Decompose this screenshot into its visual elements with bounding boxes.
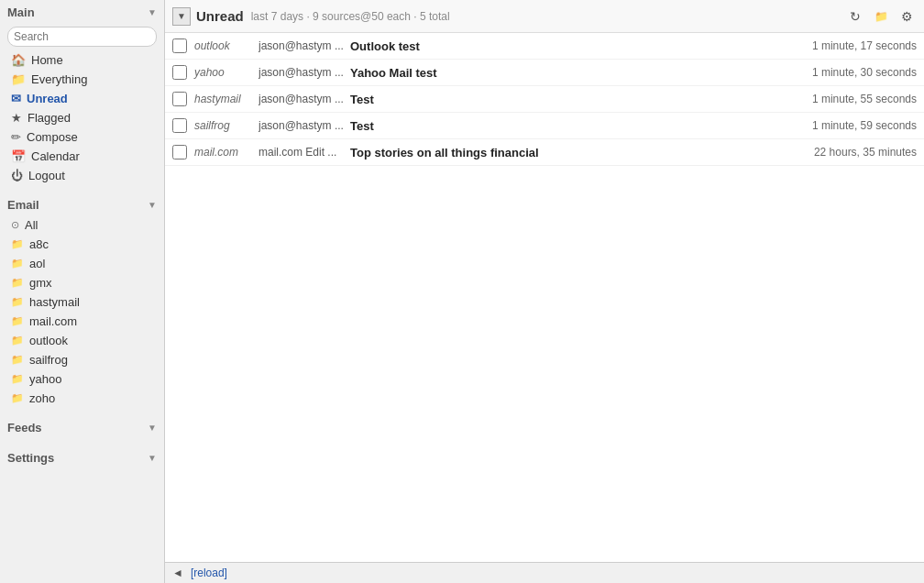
email-section-header[interactable]: Email ▼ [0, 192, 164, 215]
message-row[interactable]: yahoo jason@hastym ... Yahoo Mail test 1… [165, 60, 924, 86]
message-subject-4: Top stories on all things financial [350, 146, 779, 160]
refresh-button[interactable]: ↻ [845, 6, 865, 27]
email-section-arrow: ▼ [148, 200, 157, 210]
message-subject-1: Yahoo Mail test [350, 66, 779, 80]
main-section-arrow: ▼ [148, 7, 157, 17]
bottombar: ◄ [reload] [165, 562, 924, 583]
toggle-button[interactable]: ▼ [172, 7, 191, 26]
email-item-label: hastymail [29, 295, 80, 309]
message-time-4: 22 hours, 35 minutes [779, 146, 917, 159]
search-container [0, 23, 164, 50]
settings-section-arrow: ▼ [148, 453, 157, 463]
message-source-2: hastymail [194, 93, 258, 105]
email-item-label: zoho [29, 391, 55, 405]
home-icon: 🏠 [11, 53, 26, 67]
message-checkbox-4[interactable] [172, 145, 187, 160]
zoho-icon: 📁 [11, 392, 24, 404]
sidebar-item-calendar[interactable]: 📅Calendar [0, 147, 164, 166]
message-checkbox-0[interactable] [172, 38, 187, 53]
outlook-icon: 📁 [11, 335, 24, 346]
message-checkbox-1[interactable] [172, 65, 187, 80]
hastymail-icon: 📁 [11, 296, 24, 308]
settings-button[interactable]: ⚙ [896, 6, 917, 27]
gmx-icon: 📁 [11, 277, 24, 289]
message-subject-2: Test [350, 93, 779, 106]
flagged-icon: ★ [11, 111, 22, 125]
email-item-label: All [25, 218, 38, 232]
sailfrog-icon: 📁 [11, 354, 24, 366]
message-time-3: 1 minute, 59 seconds [779, 119, 917, 132]
unread-icon: ✉ [11, 92, 21, 105]
main-section-label: Main [7, 6, 35, 19]
settings-section-header[interactable]: Settings ▼ [0, 446, 164, 468]
email-item-label: gmx [29, 276, 52, 290]
sidebar-item-flagged[interactable]: ★Flagged [0, 108, 164, 127]
email-item-outlook[interactable]: 📁outlook [0, 331, 164, 350]
calendar-icon: 📅 [11, 149, 26, 163]
sidebar-item-unread[interactable]: ✉Unread [0, 89, 164, 108]
email-item-hastymail[interactable]: 📁hastymail [0, 292, 164, 312]
message-time-0: 1 minute, 17 seconds [779, 39, 917, 52]
sidebar-item-compose[interactable]: ✏Compose [0, 127, 164, 147]
reload-link[interactable]: [reload] [191, 566, 227, 579]
email-item-label: yahoo [29, 372, 61, 386]
email-item-aol[interactable]: 📁aol [0, 254, 164, 273]
sidebar: Main ▼ 🏠Home📁Everything✉Unread★Flagged✏C… [0, 0, 165, 583]
message-source-0: outlook [194, 39, 258, 52]
sidebar-item-label: Compose [27, 130, 78, 144]
aol-icon: 📁 [11, 258, 24, 270]
message-time-2: 1 minute, 55 seconds [779, 93, 917, 105]
email-item-mailcom[interactable]: 📁mail.com [0, 312, 164, 331]
sidebar-item-everything[interactable]: 📁Everything [0, 70, 164, 89]
message-from-1: jason@hastym ... [258, 66, 350, 79]
message-time-1: 1 minute, 30 seconds [779, 66, 917, 79]
a8c-icon: 📁 [11, 238, 24, 250]
message-checkbox-2[interactable] [172, 92, 187, 106]
email-item-label: outlook [29, 334, 68, 347]
sidebar-item-home[interactable]: 🏠Home [0, 50, 164, 70]
email-section-label: Email [7, 198, 39, 212]
sidebar-item-logout[interactable]: ⏻Logout [0, 166, 164, 185]
email-item-all[interactable]: ⊙All [0, 215, 164, 235]
email-items: ⊙All📁a8c📁aol📁gmx📁hastymail📁mail.com📁outl… [0, 215, 164, 408]
email-item-gmx[interactable]: 📁gmx [0, 273, 164, 292]
mailcom-icon: 📁 [11, 315, 24, 327]
feeds-section-header[interactable]: Feeds ▼ [0, 415, 164, 438]
everything-icon: 📁 [11, 72, 26, 86]
email-item-label: mail.com [29, 314, 77, 328]
message-source-3: sailfrog [194, 119, 258, 132]
message-row[interactable]: sailfrog jason@hastym ... Test 1 minute,… [165, 113, 924, 139]
message-from-4: mail.com Edit ... [258, 146, 350, 159]
bottombar-arrow[interactable]: ◄ [172, 566, 183, 579]
message-list: outlook jason@hastym ... Outlook test 1 … [165, 33, 924, 562]
sidebar-item-label: Everything [31, 72, 87, 86]
feeds-section-arrow: ▼ [148, 423, 157, 433]
email-item-label: sailfrog [29, 353, 68, 367]
topbar-meta: last 7 days · 9 sources@50 each · 5 tota… [251, 10, 845, 23]
email-item-zoho[interactable]: 📁zoho [0, 389, 164, 408]
message-subject-3: Test [350, 119, 779, 133]
email-item-label: a8c [29, 237, 49, 251]
main-section-header[interactable]: Main ▼ [0, 0, 164, 23]
message-checkbox-3[interactable] [172, 118, 187, 133]
folder-button[interactable]: 📁 [871, 6, 891, 27]
message-row[interactable]: mail.com mail.com Edit ... Top stories o… [165, 139, 924, 166]
main-panel: ▼ Unread last 7 days · 9 sources@50 each… [165, 0, 924, 583]
message-row[interactable]: hastymail jason@hastym ... Test 1 minute… [165, 86, 924, 113]
all-icon: ⊙ [11, 219, 19, 231]
email-item-label: aol [29, 257, 45, 270]
message-from-3: jason@hastym ... [258, 119, 350, 132]
topbar-title: Unread [196, 8, 244, 24]
message-from-2: jason@hastym ... [258, 93, 350, 105]
logout-icon: ⏻ [11, 169, 23, 182]
toggle-icon: ▼ [177, 11, 186, 21]
feeds-section-label: Feeds [7, 421, 42, 434]
email-item-yahoo[interactable]: 📁yahoo [0, 369, 164, 389]
settings-section-label: Settings [7, 451, 54, 465]
message-row[interactable]: outlook jason@hastym ... Outlook test 1 … [165, 33, 924, 60]
search-input[interactable] [7, 27, 157, 47]
message-from-0: jason@hastym ... [258, 39, 350, 52]
email-item-sailfrog[interactable]: 📁sailfrog [0, 350, 164, 369]
sidebar-item-label: Home [31, 53, 63, 67]
email-item-a8c[interactable]: 📁a8c [0, 235, 164, 254]
